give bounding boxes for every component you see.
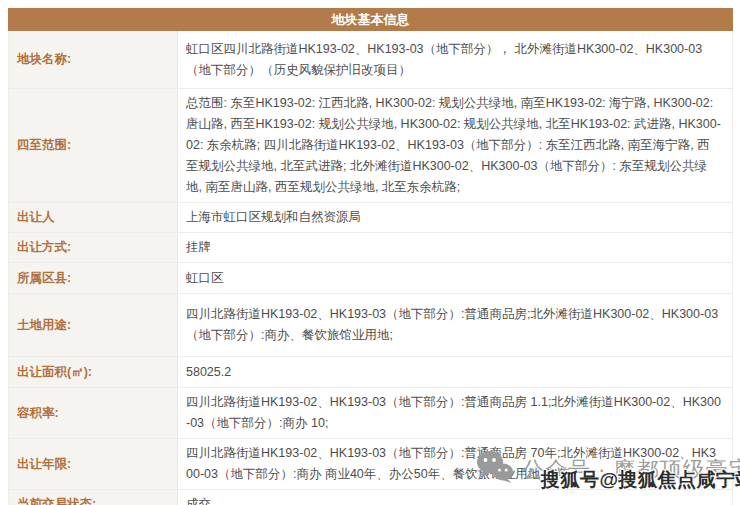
table-row: 容积率: 四川北路街道HK193-02、HK193-03（地下部分）:普通商品房…: [9, 388, 732, 439]
table-row: 四至范围: 总范围: 东至HK193-02: 江西北路, HK300-02: 规…: [9, 89, 732, 203]
row-label: 出让方式:: [9, 233, 178, 262]
page: 地块基本信息 地块名称: 虹口区四川北路街道HK193-02、HK193-03（…: [0, 0, 740, 505]
table-row: 出让人 上海市虹口区规划和自然资源局: [9, 203, 732, 233]
row-label: 出让年限:: [9, 439, 178, 489]
table-row: 当前交易状态: 成交: [9, 490, 732, 505]
table-row: 出让方式: 挂牌: [9, 233, 732, 263]
row-value: 58025.2: [178, 357, 732, 387]
table-rows: 地块名称: 虹口区四川北路街道HK193-02、HK193-03（地下部分）， …: [8, 31, 733, 505]
row-value: 四川北路街道HK193-02、HK193-03（地下部分）:普通商品房 1.1;…: [178, 388, 732, 438]
table-row: 出让面积(㎡): 58025.2: [9, 357, 732, 388]
table-row: 土地用途: 四川北路街道HK193-02、HK193-03（地下部分）:普通商品…: [9, 294, 732, 357]
row-value: 上海市虹口区规划和自然资源局: [178, 203, 732, 232]
row-value: 总范围: 东至HK193-02: 江西北路, HK300-02: 规划公共绿地,…: [178, 89, 732, 202]
table-row: 出让年限: 四川北路街道HK193-02、HK193-03（地下部分）:普通商品…: [9, 439, 732, 490]
row-label: 地块名称:: [9, 31, 178, 88]
table-row: 地块名称: 虹口区四川北路街道HK193-02、HK193-03（地下部分）， …: [9, 31, 732, 89]
row-value: 虹口区: [178, 263, 732, 293]
row-value: 四川北路街道HK193-02、HK193-03（地下部分）:普通商品房;北外滩街…: [178, 294, 732, 356]
table-row: 所属区县: 虹口区: [9, 263, 732, 294]
row-label: 四至范围:: [9, 89, 178, 202]
row-label: 所属区县:: [9, 263, 178, 293]
row-value: 成交: [178, 490, 732, 505]
land-info-table: 地块基本信息 地块名称: 虹口区四川北路街道HK193-02、HK193-03（…: [8, 8, 733, 505]
row-label: 出让面积(㎡):: [9, 357, 178, 387]
row-label: 土地用途:: [9, 294, 178, 356]
row-value: 虹口区四川北路街道HK193-02、HK193-03（地下部分）， 北外滩街道H…: [178, 31, 732, 88]
row-value: 四川北路街道HK193-02、HK193-03（地下部分）:普通商品房 70年;…: [178, 439, 732, 489]
table-title: 地块基本信息: [8, 8, 733, 31]
row-value: 挂牌: [178, 233, 732, 262]
row-label: 出让人: [9, 203, 178, 232]
row-label: 当前交易状态:: [9, 490, 178, 505]
row-label: 容积率:: [9, 388, 178, 438]
